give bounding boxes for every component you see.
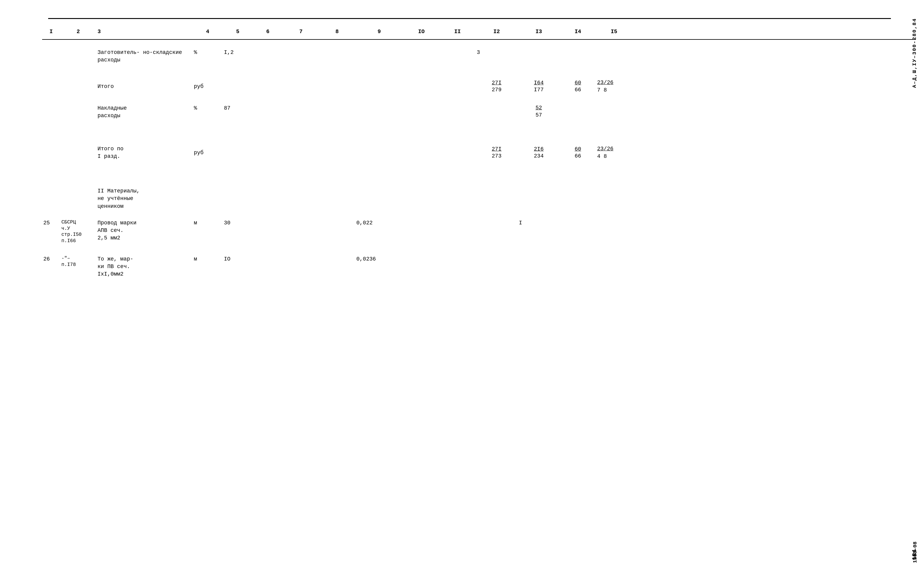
header-col-11: II [439, 28, 475, 36]
col15-ir-a: 23/26 [597, 145, 614, 153]
row-nakladnye: Накладныерасходы % 87 52 57 [42, 100, 915, 130]
row-26: 26 -"–п.I78 То же, мар-ки ПВ сеч.IxI,0мм… [42, 250, 915, 289]
cell-2-14: 60 66 [560, 79, 596, 94]
header-col-2: 2 [60, 28, 96, 36]
header-col-1: I [42, 28, 60, 36]
top-border [48, 18, 891, 19]
table-wrapper: I 2 3 4 5 6 7 8 9 IO II I2 I3 I4 I5 Заго… [42, 28, 915, 289]
row-itogo-razd: Итого поI разд. руб 27I 273 2I6 234 [42, 136, 915, 169]
col15-ir-b: 4 8 [597, 153, 607, 160]
fraction-ir-12-den: 273 [492, 153, 502, 160]
cell-25-9: 0,022 [355, 219, 403, 227]
header-col-15: I5 [596, 28, 632, 36]
fraction-13-num: I64 [534, 79, 544, 86]
fraction-ir-13-num: 2I6 [534, 146, 544, 153]
fraction-ir-12: 27I 273 [477, 146, 516, 160]
fraction-13-den: I77 [534, 86, 544, 93]
header-col-12: I2 [475, 28, 518, 36]
fraction-nk-13-den: 57 [535, 112, 542, 119]
fraction-12: 27I 279 [477, 79, 516, 94]
page-container: А–Д,Ш,ІУ–300-280,84 184 1963-08 I 2 3 4 … [0, 0, 924, 587]
row-zagotovitelnye: Заготовитель- но-складские расходы % I,2… [42, 40, 915, 73]
fraction-nk-13: 52 57 [519, 104, 559, 119]
cell-26-9: 0,0236 [355, 255, 403, 263]
cell-3-3: Накладныерасходы [96, 104, 193, 119]
header-col-4: 4 [193, 28, 223, 36]
fraction-13: I64 I77 [519, 79, 559, 94]
cell-1-4: % [193, 49, 223, 56]
cell-4-14: 60 66 [560, 146, 596, 160]
fraction-ir-13-den: 234 [534, 153, 544, 160]
fraction-ir-13: 2I6 234 [519, 146, 559, 160]
cell-5-3: II Материалы,не учтённыеценником [96, 187, 193, 210]
row-itogo1: Итого руб 27I 279 I64 I77 [42, 73, 915, 100]
header-col-13: I3 [518, 28, 560, 36]
fraction-14-num: 60 [574, 79, 581, 86]
cell-26-1: 26 [42, 255, 60, 263]
cell-26-5: IO [223, 255, 253, 263]
header-col-9: 9 [355, 28, 403, 36]
cell-2-15: 23/26 7 8 [596, 79, 632, 94]
cell-25-1: 25 [42, 219, 60, 227]
fraction-12-den: 279 [492, 86, 502, 93]
cell-25-13: I [518, 219, 560, 227]
cell-25-5: 30 [223, 219, 253, 227]
fraction-12-num: 27I [492, 79, 502, 86]
cell-4-4: руб [193, 149, 223, 157]
header-col-3: 3 [96, 28, 193, 36]
cell-3-13: 52 57 [518, 104, 560, 119]
cell-26-2: -"–п.I78 [60, 255, 96, 268]
row-25: 25 СБСРЦч.Устр.I50п.I66 Провод маркиАПВ … [42, 213, 915, 250]
header-col-14: I4 [560, 28, 596, 36]
cell-25-3: Провод маркиАПВ сеч.2,5 мм2 [96, 219, 193, 242]
cell-1-5: I,2 [223, 49, 253, 56]
cell-3-5: 87 [223, 104, 253, 112]
cell-3-4: % [193, 104, 223, 112]
col15-a: 23/26 [597, 79, 614, 86]
row-section2-header: II Материалы,не учтённыеценником [42, 178, 915, 213]
header-col-6: 6 [253, 28, 283, 36]
cell-2-3: Итого [96, 83, 193, 90]
fraction-14: 60 66 [561, 79, 595, 94]
header-col-10: IO [403, 28, 439, 36]
cell-4-13: 2I6 234 [518, 146, 560, 160]
fraction-ir-14-num: 60 [574, 146, 581, 153]
fraction-ir-14: 60 66 [561, 146, 595, 160]
fraction-nk-13-num: 52 [535, 104, 542, 111]
cell-4-15: 23/26 4 8 [596, 145, 632, 160]
cell-4-3: Итого поI разд. [96, 145, 193, 160]
col15-b: 7 8 [597, 86, 607, 94]
header-col-8: 8 [319, 28, 355, 36]
header-row: I 2 3 4 5 6 7 8 9 IO II I2 I3 I4 I5 [42, 28, 915, 40]
cell-25-4: м [193, 219, 223, 227]
cell-1-12: 3 [475, 49, 518, 56]
cell-26-3: То же, мар-ки ПВ сеч.IxI,0мм2 [96, 255, 193, 278]
side-label-bottom: 1963-08 [912, 542, 918, 563]
cell-4-12: 27I 273 [475, 146, 518, 160]
fraction-ir-14-den: 66 [574, 153, 581, 160]
cell-2-13: I64 I77 [518, 79, 560, 94]
cell-2-12: 27I 279 [475, 79, 518, 94]
header-col-5: 5 [223, 28, 253, 36]
fraction-14-den: 66 [574, 86, 581, 93]
cell-2-4: руб [193, 83, 223, 90]
cell-26-4: м [193, 255, 223, 263]
header-col-7: 7 [283, 28, 319, 36]
fraction-ir-12-num: 27I [492, 146, 502, 153]
cell-1-3: Заготовитель- но-складские расходы [96, 49, 193, 64]
cell-25-2: СБСРЦч.Устр.I50п.I66 [60, 219, 96, 244]
